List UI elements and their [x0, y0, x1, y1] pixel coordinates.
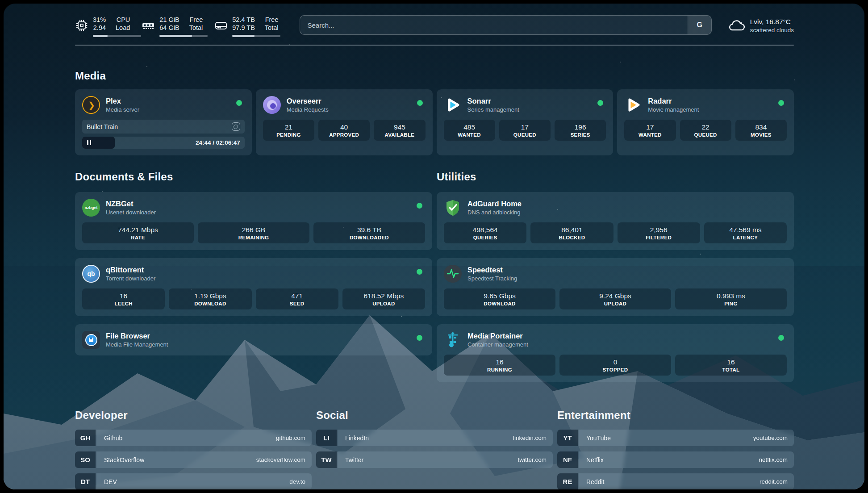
sonarr-stat-series[interactable]: 196SERIES [555, 120, 606, 141]
disk-values: 52.4 TB97.9 TB [232, 16, 255, 32]
sonarr-subtitle: Series management [467, 106, 519, 113]
portainer-status-dot [778, 335, 784, 341]
qbittorrent-card[interactable]: qb qBittorrent Torrent downloader 16LEEC… [75, 258, 432, 316]
disk-icon [214, 19, 228, 32]
search-engine-button[interactable]: G [688, 16, 711, 34]
speedtest-title: Speedtest [467, 266, 517, 274]
snow-specks [4, 4, 4, 4]
nzbget-stat-rate[interactable]: 744.21 MbpsRATE [82, 222, 194, 243]
plex-card[interactable]: ❯ Plex Media server Bullet Train [75, 89, 252, 155]
plex-icon: ❯ [82, 96, 100, 114]
filebrowser-icon [82, 331, 100, 349]
speedtest-stat-download[interactable]: 9.65 GbpsDOWNLOAD [444, 288, 555, 309]
cloud-icon [727, 18, 745, 33]
sonarr-icon [444, 96, 462, 114]
disk-stat: 52.4 TB97.9 TB FreeTotal [214, 16, 278, 37]
filebrowser-card[interactable]: File Browser Media File Management [75, 324, 432, 355]
speedtest-stat-upload[interactable]: 9.24 GbpsUPLOAD [559, 288, 671, 309]
sonarr-card[interactable]: Sonarr Series management 485WANTED 17QUE… [437, 89, 613, 155]
cpu-progress-bar [93, 35, 141, 37]
link-netflix[interactable]: NF Netflixnetflix.com [557, 451, 794, 468]
radarr-stat-movies[interactable]: 834MOVIES [735, 120, 787, 141]
pause-icon[interactable] [87, 140, 91, 145]
qbittorrent-stat-leech[interactable]: 16LEECH [82, 288, 165, 309]
cpu-labels: CPULoad [116, 16, 130, 32]
link-linkedin[interactable]: LI LinkedInlinkedin.com [316, 430, 553, 446]
link-twitter[interactable]: TW Twittertwitter.com [316, 451, 553, 468]
radarr-card[interactable]: Radarr Movie management 17WANTED 22QUEUE… [617, 89, 794, 155]
ram-progress-bar [159, 35, 208, 37]
radarr-stat-wanted[interactable]: 17WANTED [624, 120, 676, 141]
filebrowser-title: File Browser [106, 332, 168, 340]
link-reddit[interactable]: RE Redditreddit.com [557, 473, 794, 489]
portainer-subtitle: Container management [467, 341, 528, 348]
qbittorrent-icon: qb [82, 265, 100, 283]
overseerr-stat-approved[interactable]: 40APPROVED [318, 120, 370, 141]
radarr-stat-queued[interactable]: 22QUEUED [680, 120, 731, 141]
link-youtube[interactable]: YT YouTubeyoutube.com [557, 430, 794, 446]
plex-player-bar[interactable]: 24:44 / 02:06:47 [82, 137, 245, 149]
entertainment-heading: Entertainment [557, 409, 794, 422]
dashboard: 31%2.94 CPULoad [4, 4, 864, 489]
speedtest-stat-ping[interactable]: 0.993 msPING [675, 288, 787, 309]
github-abbr-tag: GH [75, 430, 96, 446]
overseerr-stat-available[interactable]: 945AVAILABLE [374, 120, 425, 141]
adguard-stat-queries[interactable]: 498,564QUERIES [444, 222, 526, 243]
portainer-card[interactable]: Media Portainer Container management 16R… [437, 324, 794, 382]
link-dev[interactable]: DT DEVdev.to [75, 473, 312, 489]
topbar-divider [75, 45, 794, 46]
speedtest-card[interactable]: Speedtest Speedtest Tracking 9.65 GbpsDO… [437, 258, 794, 316]
adguard-stat-blocked[interactable]: 86,401BLOCKED [530, 222, 613, 243]
portainer-stat-stopped[interactable]: 0STOPPED [559, 355, 671, 376]
netflix-abbr-tag: NF [557, 451, 578, 468]
cpu-values: 31%2.94 [93, 16, 106, 32]
nzbget-stat-remaining[interactable]: 266 GBREMAINING [198, 222, 309, 243]
sonarr-stat-wanted[interactable]: 485WANTED [444, 120, 495, 141]
developer-section: Developer GH Githubgithub.com SO StackOv… [75, 409, 312, 489]
nzbget-card[interactable]: nzbget NZBGet Usenet downloader 744.21 M… [75, 192, 432, 250]
portainer-title: Media Portainer [467, 332, 528, 340]
playback-time: 24:44 / 02:06:47 [196, 137, 240, 149]
cpu-icon [75, 19, 88, 32]
portainer-stat-running[interactable]: 16RUNNING [444, 355, 555, 376]
qbittorrent-stat-seed[interactable]: 471SEED [256, 288, 338, 309]
portainer-icon [444, 331, 462, 349]
plex-now-playing-row[interactable]: Bullet Train [82, 120, 245, 134]
developer-heading: Developer [75, 409, 312, 422]
qbittorrent-stat-download[interactable]: 1.19 GbpsDOWNLOAD [169, 288, 251, 309]
linkedin-abbr-tag: LI [316, 430, 337, 446]
sonarr-title: Sonarr [467, 97, 519, 105]
ram-stat: 21 GiB64 GiB FreeTotal [142, 16, 203, 37]
utilities-heading: Utilities [437, 171, 794, 183]
adguard-subtitle: DNS and adblocking [467, 209, 522, 216]
adguard-stat-filtered[interactable]: 2,956FILTERED [618, 222, 700, 243]
adguard-stat-latency[interactable]: 47.569 msLATENCY [704, 222, 787, 243]
adguard-card[interactable]: AdGuard Home DNS and adblocking 498,564Q… [437, 192, 794, 250]
session-settings-icon[interactable] [232, 122, 240, 131]
overseerr-card[interactable]: Overseerr Media Requests 21PENDING 40APP… [256, 89, 433, 155]
top-bar: 31%2.94 CPULoad [75, 15, 794, 38]
ram-values: 21 GiB64 GiB [159, 16, 179, 32]
overseerr-status-dot [417, 100, 423, 106]
twitter-abbr-tag: TW [316, 451, 337, 468]
media-heading: Media [75, 70, 794, 82]
qbittorrent-status-dot [417, 269, 422, 275]
overseerr-stat-pending[interactable]: 21PENDING [263, 120, 314, 141]
qbittorrent-stat-upload[interactable]: 618.52 MbpsUPLOAD [342, 288, 425, 309]
overseerr-icon [263, 96, 281, 114]
now-playing-title: Bullet Train [87, 123, 118, 130]
nzbget-title: NZBGet [106, 200, 156, 208]
reddit-abbr-tag: RE [557, 473, 578, 489]
plex-title: Plex [106, 97, 139, 105]
adguard-title: AdGuard Home [467, 200, 522, 208]
nzbget-stat-downloaded[interactable]: 39.6 TBDOWNLOADED [313, 222, 425, 243]
search-bar[interactable]: G [300, 15, 711, 35]
radarr-icon [624, 96, 642, 114]
link-stackoverflow[interactable]: SO StackOverflowstackoverflow.com [75, 451, 312, 468]
search-input[interactable] [300, 16, 687, 34]
sonarr-stat-queued[interactable]: 17QUEUED [499, 120, 551, 141]
nzbget-icon: nzbget [82, 199, 100, 217]
weather-widget[interactable]: Lviv, 16.87°C scattered clouds [727, 18, 794, 33]
portainer-stat-total[interactable]: 16TOTAL [675, 355, 787, 376]
link-github[interactable]: GH Githubgithub.com [75, 430, 312, 446]
